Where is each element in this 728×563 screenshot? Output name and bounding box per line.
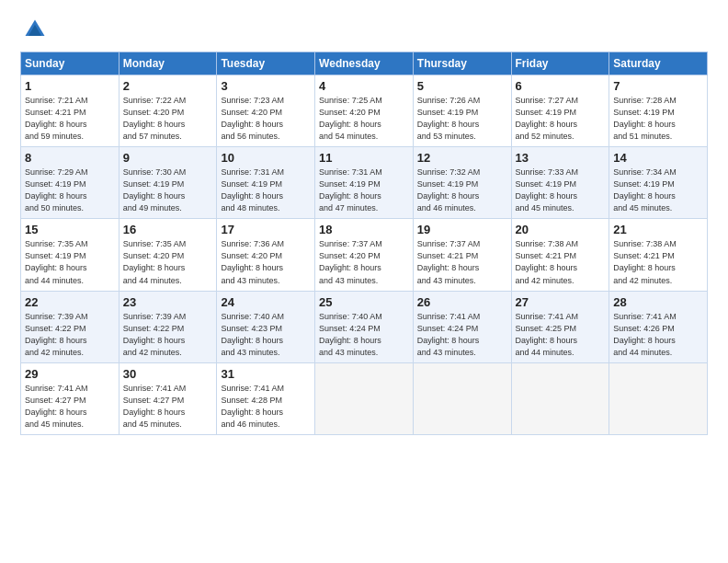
col-header-monday: Monday bbox=[119, 52, 217, 75]
calendar-cell: 27Sunrise: 7:41 AMSunset: 4:25 PMDayligh… bbox=[511, 291, 609, 362]
cell-info: Sunrise: 7:41 AMSunset: 4:26 PMDaylight:… bbox=[613, 311, 703, 359]
cell-info: Sunrise: 7:27 AMSunset: 4:19 PMDaylight:… bbox=[516, 95, 606, 143]
cell-info: Sunrise: 7:29 AMSunset: 4:19 PMDaylight:… bbox=[25, 167, 115, 214]
calendar-cell: 4Sunrise: 7:25 AMSunset: 4:20 PMDaylight… bbox=[315, 75, 414, 147]
day-number: 26 bbox=[417, 295, 507, 309]
cell-info: Sunrise: 7:41 AMSunset: 4:27 PMDaylight:… bbox=[123, 383, 213, 431]
calendar-cell: 1Sunrise: 7:21 AMSunset: 4:21 PMDaylight… bbox=[21, 75, 119, 147]
calendar-cell: 17Sunrise: 7:36 AMSunset: 4:20 PMDayligh… bbox=[217, 219, 315, 291]
day-number: 14 bbox=[613, 151, 703, 165]
cell-info: Sunrise: 7:35 AMSunset: 4:20 PMDaylight:… bbox=[123, 238, 213, 286]
calendar-cell: 8Sunrise: 7:29 AMSunset: 4:19 PMDaylight… bbox=[21, 147, 119, 219]
calendar-cell: 12Sunrise: 7:32 AMSunset: 4:19 PMDayligh… bbox=[413, 147, 511, 219]
calendar-week-row: 29Sunrise: 7:41 AMSunset: 4:27 PMDayligh… bbox=[21, 362, 708, 434]
calendar-cell: 19Sunrise: 7:37 AMSunset: 4:21 PMDayligh… bbox=[413, 219, 511, 291]
cell-info: Sunrise: 7:37 AMSunset: 4:21 PMDaylight:… bbox=[417, 238, 507, 286]
day-number: 20 bbox=[516, 223, 606, 236]
calendar-cell: 15Sunrise: 7:35 AMSunset: 4:19 PMDayligh… bbox=[21, 219, 119, 291]
calendar-cell: 28Sunrise: 7:41 AMSunset: 4:26 PMDayligh… bbox=[609, 291, 708, 362]
cell-info: Sunrise: 7:39 AMSunset: 4:22 PMDaylight:… bbox=[123, 311, 213, 359]
calendar-cell: 31Sunrise: 7:41 AMSunset: 4:28 PMDayligh… bbox=[217, 362, 315, 434]
cell-info: Sunrise: 7:33 AMSunset: 4:19 PMDaylight:… bbox=[516, 167, 606, 214]
cell-info: Sunrise: 7:30 AMSunset: 4:19 PMDaylight:… bbox=[123, 167, 213, 214]
day-number: 27 bbox=[516, 295, 606, 309]
calendar-cell: 21Sunrise: 7:38 AMSunset: 4:21 PMDayligh… bbox=[609, 219, 708, 291]
calendar-cell bbox=[315, 362, 414, 434]
cell-info: Sunrise: 7:41 AMSunset: 4:28 PMDaylight:… bbox=[221, 383, 311, 431]
calendar-cell: 5Sunrise: 7:26 AMSunset: 4:19 PMDaylight… bbox=[413, 75, 511, 147]
day-number: 6 bbox=[516, 79, 606, 93]
calendar-cell: 22Sunrise: 7:39 AMSunset: 4:22 PMDayligh… bbox=[21, 291, 119, 362]
calendar-cell: 13Sunrise: 7:33 AMSunset: 4:19 PMDayligh… bbox=[511, 147, 609, 219]
cell-info: Sunrise: 7:31 AMSunset: 4:19 PMDaylight:… bbox=[221, 167, 311, 214]
calendar-cell: 24Sunrise: 7:40 AMSunset: 4:23 PMDayligh… bbox=[217, 291, 315, 362]
cell-info: Sunrise: 7:23 AMSunset: 4:20 PMDaylight:… bbox=[221, 95, 311, 143]
day-number: 8 bbox=[25, 151, 115, 165]
day-number: 16 bbox=[123, 223, 213, 236]
calendar-cell: 20Sunrise: 7:38 AMSunset: 4:21 PMDayligh… bbox=[511, 219, 609, 291]
day-number: 28 bbox=[613, 295, 703, 309]
calendar-week-row: 22Sunrise: 7:39 AMSunset: 4:22 PMDayligh… bbox=[21, 291, 708, 362]
day-number: 30 bbox=[123, 367, 213, 381]
cell-info: Sunrise: 7:40 AMSunset: 4:24 PMDaylight:… bbox=[319, 311, 409, 359]
calendar-cell: 26Sunrise: 7:41 AMSunset: 4:24 PMDayligh… bbox=[413, 291, 511, 362]
calendar-table: SundayMondayTuesdayWednesdayThursdayFrid… bbox=[20, 52, 708, 435]
calendar-week-row: 8Sunrise: 7:29 AMSunset: 4:19 PMDaylight… bbox=[21, 147, 708, 219]
cell-info: Sunrise: 7:35 AMSunset: 4:19 PMDaylight:… bbox=[25, 238, 115, 286]
day-number: 5 bbox=[417, 79, 507, 93]
col-header-wednesday: Wednesday bbox=[315, 52, 414, 75]
day-number: 23 bbox=[123, 295, 213, 309]
day-number: 31 bbox=[221, 367, 311, 381]
cell-info: Sunrise: 7:37 AMSunset: 4:20 PMDaylight:… bbox=[319, 238, 409, 286]
calendar-cell bbox=[511, 362, 609, 434]
calendar-week-row: 1Sunrise: 7:21 AMSunset: 4:21 PMDaylight… bbox=[21, 75, 708, 147]
cell-info: Sunrise: 7:34 AMSunset: 4:19 PMDaylight:… bbox=[613, 167, 703, 214]
cell-info: Sunrise: 7:22 AMSunset: 4:20 PMDaylight:… bbox=[123, 95, 213, 143]
day-number: 17 bbox=[221, 223, 311, 236]
day-number: 15 bbox=[25, 223, 115, 236]
day-number: 24 bbox=[221, 295, 311, 309]
calendar-cell: 29Sunrise: 7:41 AMSunset: 4:27 PMDayligh… bbox=[21, 362, 119, 434]
cell-info: Sunrise: 7:25 AMSunset: 4:20 PMDaylight:… bbox=[319, 95, 409, 143]
header bbox=[20, 17, 708, 42]
calendar-cell: 10Sunrise: 7:31 AMSunset: 4:19 PMDayligh… bbox=[217, 147, 315, 219]
cell-info: Sunrise: 7:41 AMSunset: 4:25 PMDaylight:… bbox=[516, 311, 606, 359]
calendar-cell bbox=[609, 362, 708, 434]
day-number: 22 bbox=[25, 295, 115, 309]
day-number: 21 bbox=[613, 223, 703, 236]
header-row: SundayMondayTuesdayWednesdayThursdayFrid… bbox=[21, 52, 708, 75]
logo bbox=[20, 17, 51, 42]
col-header-saturday: Saturday bbox=[609, 52, 708, 75]
logo-icon bbox=[22, 17, 48, 42]
col-header-tuesday: Tuesday bbox=[217, 52, 315, 75]
calendar-cell: 6Sunrise: 7:27 AMSunset: 4:19 PMDaylight… bbox=[511, 75, 609, 147]
day-number: 12 bbox=[417, 151, 507, 165]
cell-info: Sunrise: 7:32 AMSunset: 4:19 PMDaylight:… bbox=[417, 167, 507, 214]
day-number: 9 bbox=[123, 151, 213, 165]
col-header-friday: Friday bbox=[511, 52, 609, 75]
day-number: 18 bbox=[319, 223, 409, 236]
cell-info: Sunrise: 7:26 AMSunset: 4:19 PMDaylight:… bbox=[417, 95, 507, 143]
day-number: 2 bbox=[123, 79, 213, 93]
day-number: 3 bbox=[221, 79, 311, 93]
cell-info: Sunrise: 7:39 AMSunset: 4:22 PMDaylight:… bbox=[25, 311, 115, 359]
page: SundayMondayTuesdayWednesdayThursdayFrid… bbox=[0, 0, 728, 563]
calendar-cell: 30Sunrise: 7:41 AMSunset: 4:27 PMDayligh… bbox=[119, 362, 217, 434]
calendar-cell: 14Sunrise: 7:34 AMSunset: 4:19 PMDayligh… bbox=[609, 147, 708, 219]
day-number: 13 bbox=[516, 151, 606, 165]
calendar-week-row: 15Sunrise: 7:35 AMSunset: 4:19 PMDayligh… bbox=[21, 219, 708, 291]
cell-info: Sunrise: 7:21 AMSunset: 4:21 PMDaylight:… bbox=[25, 95, 115, 143]
cell-info: Sunrise: 7:40 AMSunset: 4:23 PMDaylight:… bbox=[221, 311, 311, 359]
calendar-cell: 9Sunrise: 7:30 AMSunset: 4:19 PMDaylight… bbox=[119, 147, 217, 219]
day-number: 25 bbox=[319, 295, 409, 309]
day-number: 10 bbox=[221, 151, 311, 165]
calendar-cell: 25Sunrise: 7:40 AMSunset: 4:24 PMDayligh… bbox=[315, 291, 414, 362]
calendar-cell: 18Sunrise: 7:37 AMSunset: 4:20 PMDayligh… bbox=[315, 219, 414, 291]
calendar-cell: 23Sunrise: 7:39 AMSunset: 4:22 PMDayligh… bbox=[119, 291, 217, 362]
cell-info: Sunrise: 7:28 AMSunset: 4:19 PMDaylight:… bbox=[613, 95, 703, 143]
day-number: 4 bbox=[319, 79, 409, 93]
col-header-sunday: Sunday bbox=[21, 52, 119, 75]
cell-info: Sunrise: 7:38 AMSunset: 4:21 PMDaylight:… bbox=[516, 238, 606, 286]
calendar-cell: 16Sunrise: 7:35 AMSunset: 4:20 PMDayligh… bbox=[119, 219, 217, 291]
cell-info: Sunrise: 7:41 AMSunset: 4:27 PMDaylight:… bbox=[25, 383, 115, 431]
